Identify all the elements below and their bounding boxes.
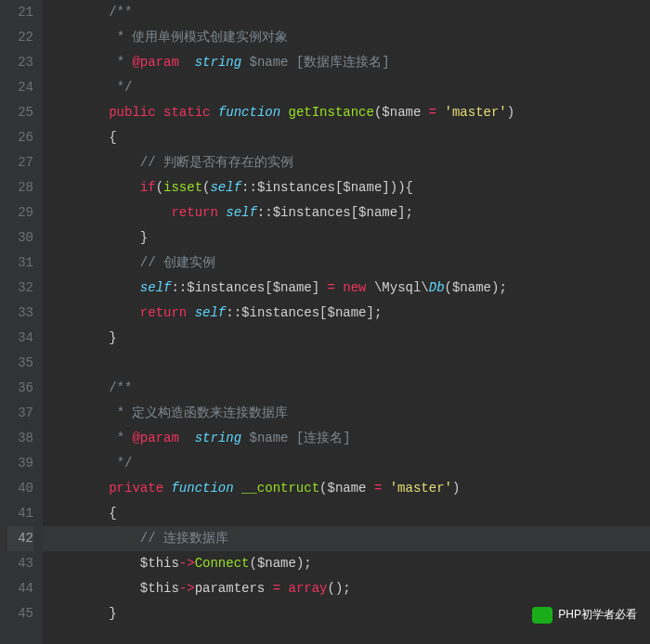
code-line[interactable] (43, 351, 650, 376)
code-line[interactable]: private function __contruct($name = 'mas… (43, 476, 650, 501)
code-line[interactable]: // 创建实例 (43, 251, 650, 276)
code-line[interactable]: } (43, 225, 650, 251)
code-line[interactable]: // 连接数据库 (43, 526, 650, 551)
code-line[interactable]: return self::$instances[$name]; (43, 301, 650, 326)
code-line[interactable]: if(isset(self::$instances[$name])){ (43, 175, 650, 200)
code-line[interactable]: /** (43, 0, 650, 25)
line-number: 23 (7, 50, 33, 75)
line-number: 32 (7, 276, 33, 301)
line-number: 36 (7, 376, 33, 401)
code-line[interactable]: // 判断是否有存在的实例 (43, 150, 650, 175)
code-line[interactable]: return self::$instances[$name]; (43, 200, 650, 225)
code-line[interactable]: public static function getInstance($name… (43, 100, 650, 125)
code-line[interactable]: self::$instances[$name] = new \Mysql\Db(… (43, 276, 650, 301)
line-number: 22 (7, 25, 33, 50)
code-line[interactable]: * @param string $name [连接名] (43, 426, 650, 451)
code-line[interactable]: * 使用单例模式创建实例对象 (43, 25, 650, 50)
line-number: 40 (7, 476, 33, 501)
code-line[interactable]: { (43, 501, 650, 526)
line-number: 30 (7, 225, 33, 251)
line-number: 44 (7, 576, 33, 601)
code-line[interactable]: $this->Connect($name); (43, 551, 650, 576)
code-line[interactable]: * @param string $name [数据库连接名] (43, 50, 650, 75)
code-line[interactable]: */ (43, 451, 650, 476)
line-number-gutter: 21 22 23 24 25 26 27 28 29 30 31 32 33 3… (0, 0, 43, 644)
line-number: 42 (7, 526, 33, 551)
line-number: 43 (7, 551, 33, 576)
code-line[interactable]: } (43, 326, 650, 351)
code-editor[interactable]: 21 22 23 24 25 26 27 28 29 30 31 32 33 3… (0, 0, 650, 644)
line-number: 45 (7, 601, 33, 626)
line-number: 38 (7, 426, 33, 451)
code-line[interactable]: $this->paramters = array(); (43, 576, 650, 601)
line-number: 28 (7, 175, 33, 200)
line-number: 35 (7, 351, 33, 376)
line-number: 33 (7, 301, 33, 326)
line-number: 31 (7, 251, 33, 276)
line-number: 37 (7, 401, 33, 426)
line-number: 21 (7, 0, 33, 25)
line-number: 34 (7, 326, 33, 351)
line-number: 39 (7, 451, 33, 476)
wechat-icon (532, 607, 552, 624)
line-number: 26 (7, 125, 33, 150)
line-number: 41 (7, 501, 33, 526)
code-line[interactable]: * 定义构造函数来连接数据库 (43, 401, 650, 426)
line-number: 29 (7, 200, 33, 225)
code-line[interactable]: /** (43, 376, 650, 401)
code-area[interactable]: /** * 使用单例模式创建实例对象 * @param string $name… (43, 0, 650, 644)
line-number: 27 (7, 150, 33, 175)
line-number: 25 (7, 100, 33, 125)
line-number: 24 (7, 75, 33, 100)
watermark-text: PHP初学者必看 (558, 602, 637, 627)
code-line[interactable]: { (43, 125, 650, 150)
code-line[interactable]: */ (43, 75, 650, 100)
watermark-overlay: PHP初学者必看 (532, 602, 637, 627)
